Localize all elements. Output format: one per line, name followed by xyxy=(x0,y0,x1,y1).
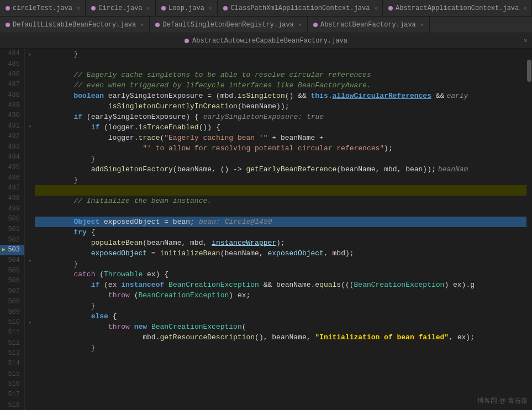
gutter-line-30: 513 xyxy=(0,348,24,359)
tab-classpathxml[interactable]: ClassPathXmlApplicationContext.java ✕ xyxy=(218,0,383,17)
collapse-icon-1[interactable]: ▾ xyxy=(25,50,34,60)
code-line-502: populateBean(beanName, mbd, instanceWrap… xyxy=(35,238,526,248)
code-line-491: if (logger.isTraceEnabled()) { xyxy=(35,122,526,133)
gutter-line-34: 517 xyxy=(0,390,24,400)
gutter-line-6: 489 xyxy=(0,100,24,111)
code-line-484: } xyxy=(35,49,526,59)
gutter-line-19: 502 xyxy=(0,234,24,245)
code-line-499 xyxy=(35,206,526,217)
collapse-icon-9 xyxy=(25,132,34,142)
code-line-485 xyxy=(35,59,526,70)
gutter-line-2: 485 xyxy=(0,59,24,70)
code-line-501: try { xyxy=(35,227,526,238)
collapse-icon-11 xyxy=(25,153,34,163)
code-line-489: isSingletonCurrentlyInCreation(beanName)… xyxy=(35,101,526,112)
collapse-icon-31 xyxy=(25,359,34,369)
code-line-500: Object exposedObject = bean; bean: Circl… xyxy=(35,217,526,227)
code-line-486: // Eagerly cache singletons to be able t… xyxy=(35,70,526,80)
editor-area: 484 485 486 487 488 489 490 491 492 493 … xyxy=(0,49,532,410)
code-line-503: exposedObject = initializeBean(beanName,… xyxy=(35,248,526,259)
tab-circle[interactable]: Circle.java ✕ xyxy=(86,0,156,17)
tab-abstractbean[interactable]: AbstractBeanFactory.java ✕ xyxy=(308,17,430,33)
code-line-488: boolean earlySingletonExposure = (mbd.is… xyxy=(35,91,526,101)
tab-defaultlistable[interactable]: DefaultListableBeanFactory.java ✕ xyxy=(0,17,150,33)
gutter-line-3: 486 xyxy=(0,69,24,80)
collapse-icon-35 xyxy=(25,400,34,410)
gutter-line-17: 500 xyxy=(0,214,24,224)
collapse-icon-33 xyxy=(25,380,34,390)
gutter-line-35: 518 xyxy=(0,400,24,410)
collapse-icon-34 xyxy=(25,390,34,400)
collapse-icon-15 xyxy=(25,194,34,204)
code-line-512: } xyxy=(35,343,526,353)
gutter-line-5: 488 xyxy=(0,90,24,101)
side-collapse-icons: ▾ ▾ ▾ ▾ xyxy=(25,49,35,410)
gutter-line-18: 501 xyxy=(0,224,24,235)
collapse-icon-23 xyxy=(25,276,34,286)
code-line-507: throw (BeanCreationException) ex; xyxy=(35,290,526,301)
line-number-gutter: 484 485 486 487 488 489 490 491 492 493 … xyxy=(0,49,25,410)
vertical-scrollbar[interactable] xyxy=(526,49,532,410)
collapse-icon-10 xyxy=(25,143,34,153)
gutter-line-28: 511 xyxy=(0,328,24,338)
code-line-510: throw new BeanCreationException( xyxy=(35,322,526,332)
gutter-line-14: 497 xyxy=(0,183,24,193)
gutter-line-11: 494 xyxy=(0,152,24,162)
close-defaultlistable[interactable]: ✕ xyxy=(140,22,144,28)
code-line-509: else { xyxy=(35,311,526,322)
collapse-icon-7 xyxy=(25,112,34,122)
close-defaultsingleton[interactable]: ✕ xyxy=(298,22,302,28)
gutter-line-7: 490 xyxy=(0,111,24,121)
gutter-line-8: 491 xyxy=(0,121,24,132)
collapse-icon-6 xyxy=(25,101,34,111)
gutter-line-21: 504 xyxy=(0,255,24,266)
collapse-icon-17 xyxy=(25,215,34,225)
file-path-bar: AbstractAutowireCapableBeanFactory.java … xyxy=(0,33,532,49)
tab-defaultsingleton[interactable]: DefaultSingletonBeanRegistry.java ✕ xyxy=(150,17,308,33)
collapse-icon-21[interactable]: ▾ xyxy=(25,256,34,266)
collapse-icon-28 xyxy=(25,328,34,338)
code-line-506: if (ex instanceof BeanCreationException … xyxy=(35,280,526,290)
gutter-line-15: 498 xyxy=(0,193,24,204)
tab-loop[interactable]: Loop.java ✕ xyxy=(156,0,218,17)
close-abstractapp[interactable]: ✕ xyxy=(523,5,526,12)
debug-arrow-icon: ➤ xyxy=(1,245,6,255)
gutter-line-27: 510 xyxy=(0,317,24,328)
collapse-icon-12 xyxy=(25,163,34,173)
watermark: 博客园 @ 青石路 xyxy=(477,396,528,406)
gutter-line-4: 487 xyxy=(0,80,24,90)
collapse-icon-27[interactable]: ▾ xyxy=(25,318,34,328)
gutter-line-23: 506 xyxy=(0,276,24,286)
file-path-label: AbstractAutowireCapableBeanFactory.java xyxy=(192,37,347,45)
collapse-icon-8[interactable]: ▾ xyxy=(25,122,34,132)
collapse-icon-30 xyxy=(25,349,34,359)
gutter-line-22: 505 xyxy=(0,265,24,276)
code-line-487: // even when triggered by lifecycle inte… xyxy=(35,80,526,91)
collapse-icon-3 xyxy=(25,70,34,80)
collapse-icon-16 xyxy=(25,204,34,214)
close-loop[interactable]: ✕ xyxy=(209,5,212,12)
code-line-498: // Initialize the bean instance. xyxy=(35,196,526,206)
gutter-line-26: 509 xyxy=(0,307,24,317)
code-line-508: } xyxy=(35,301,526,311)
collapse-icon-4 xyxy=(25,81,34,91)
code-line-505: catch (Throwable ex) { xyxy=(35,269,526,280)
tab-circletest[interactable]: circleTest.java ✕ xyxy=(0,0,86,17)
close-classpathxml[interactable]: ✕ xyxy=(374,5,377,12)
collapse-icon-2 xyxy=(25,60,34,70)
gutter-line-10: 493 xyxy=(0,141,24,152)
gutter-line-29: 512 xyxy=(0,338,24,348)
gutter-line-24: 507 xyxy=(0,286,24,297)
collapse-icon-5 xyxy=(25,91,34,101)
close-filepath[interactable]: ✕ xyxy=(524,36,528,45)
collapse-icon-32 xyxy=(25,369,34,379)
code-line-497 xyxy=(35,185,526,196)
close-circletest[interactable]: ✕ xyxy=(77,5,80,12)
tab-abstractapp[interactable]: AbstractApplicationContext.java ✕ xyxy=(383,0,532,17)
close-abstractbean[interactable]: ✕ xyxy=(420,22,424,28)
code-line-492: logger.trace("Eagerly caching bean '" + … xyxy=(35,133,526,143)
close-circle[interactable]: ✕ xyxy=(147,5,150,12)
collapse-icon-26 xyxy=(25,307,34,317)
code-line-495: addSingletonFactory(beanName, () -> getE… xyxy=(35,164,526,175)
gutter-line-1: 484 xyxy=(0,49,24,59)
